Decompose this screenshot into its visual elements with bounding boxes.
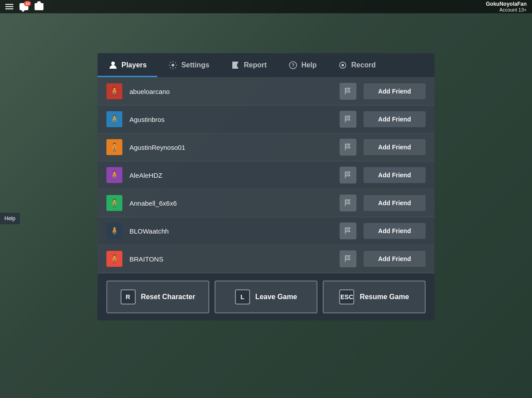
player-row: 🧍BRAITONS Add Friend (98, 245, 434, 273)
flag-button[interactable] (340, 250, 356, 267)
player-row: 🧍BLOWaatchh Add Friend (98, 217, 434, 245)
action-reset-character-button[interactable]: RReset Character (106, 281, 209, 313)
tab-report[interactable]: Report (220, 53, 278, 77)
tab-players-label: Players (121, 61, 147, 69)
player-name: AgustinReynoso01 (129, 144, 332, 151)
player-name: AleAleHDZ (129, 172, 332, 179)
flag-button[interactable] (340, 111, 356, 128)
top-bar-left: 10 (5, 3, 43, 10)
player-avatar: 🧍 (106, 83, 122, 99)
svg-point-1 (172, 64, 174, 66)
player-row: 🧍Agustinbros Add Friend (98, 105, 434, 133)
action-label: Resume Game (360, 293, 409, 301)
avatar-figure: 🧍 (110, 254, 119, 264)
avatar-figure: 🧍 (110, 170, 119, 180)
menu-button[interactable] (5, 4, 13, 9)
main-modal: Players Settings Report (98, 53, 434, 320)
flag-button[interactable] (340, 195, 356, 211)
add-friend-button[interactable]: Add Friend (364, 195, 426, 211)
players-list: 🧍abueloarcano Add Friend🧍Agustinbros Add… (98, 78, 434, 273)
players-icon (108, 60, 118, 70)
help-icon: ? (288, 60, 298, 70)
avatar-figure: 🧍 (110, 114, 119, 124)
avatar-figure: 🧍 (110, 142, 119, 152)
flag-button[interactable] (340, 139, 356, 156)
record-icon (338, 60, 348, 70)
action-label: Leave Game (255, 293, 297, 301)
player-name: Annabell_6x6x6 (129, 199, 332, 207)
player-row: 🧍AgustinReynoso01 Add Friend (98, 133, 434, 161)
add-friend-button[interactable]: Add Friend (364, 167, 426, 183)
key-badge: ESC (339, 289, 354, 304)
player-row: 🧍abueloarcano Add Friend (98, 78, 434, 105)
key-badge: R (121, 289, 136, 304)
player-avatar: 🧍 (106, 111, 122, 127)
add-friend-button[interactable]: Add Friend (364, 111, 426, 127)
action-label: Reset Character (141, 293, 196, 301)
svg-text:?: ? (292, 63, 294, 68)
player-name: BLOWaatchh (129, 227, 332, 235)
player-name: BRAITONS (129, 255, 332, 263)
action-resume-game-button[interactable]: ESCResume Game (323, 281, 426, 313)
help-side-button[interactable]: Help (0, 213, 20, 224)
chat-button[interactable]: 10 (20, 3, 28, 10)
avatar-figure: 🧍 (110, 86, 119, 96)
flag-button[interactable] (340, 222, 356, 239)
backpack-button[interactable] (35, 3, 43, 10)
tab-settings[interactable]: Settings (157, 53, 220, 77)
player-name: Agustinbros (129, 116, 332, 123)
svg-point-5 (342, 64, 344, 66)
player-name: abueloarcano (129, 88, 332, 95)
player-row: 🧍AleAleHDZ Add Friend (98, 161, 434, 189)
tab-bar: Players Settings Report (98, 53, 434, 78)
add-friend-button[interactable]: Add Friend (364, 139, 426, 155)
action-leave-game-button[interactable]: LLeave Game (215, 281, 317, 313)
tab-record[interactable]: Record (327, 53, 386, 77)
tab-players[interactable]: Players (98, 53, 157, 77)
player-avatar: 🧍 (106, 195, 122, 211)
avatar-figure: 🧍 (110, 198, 119, 208)
report-icon (231, 60, 240, 70)
top-bar: 10 GokuNoyolaFan Account 13+ (0, 0, 532, 13)
add-friend-button[interactable]: Add Friend (364, 223, 426, 239)
username: GokuNoyolaFan (486, 1, 527, 7)
key-badge: L (235, 289, 250, 304)
player-row: 🧍Annabell_6x6x6 Add Friend (98, 189, 434, 217)
tab-help[interactable]: ? Help (278, 53, 328, 77)
flag-button[interactable] (340, 167, 356, 183)
tab-record-label: Record (351, 61, 376, 69)
chat-badge: 10 (24, 1, 31, 6)
avatar-figure: 🧍 (110, 226, 119, 236)
add-friend-button[interactable]: Add Friend (364, 83, 426, 99)
player-avatar: 🧍 (106, 251, 122, 267)
settings-icon (168, 60, 178, 70)
bottom-actions: RReset CharacterLLeave GameESCResume Gam… (98, 273, 434, 320)
player-avatar: 🧍 (106, 223, 122, 239)
svg-point-0 (111, 62, 115, 65)
add-friend-button[interactable]: Add Friend (364, 251, 426, 267)
user-info: GokuNoyolaFan Account 13+ (486, 1, 527, 12)
flag-button[interactable] (340, 83, 356, 100)
tab-settings-label: Settings (181, 61, 209, 69)
player-avatar: 🧍 (106, 167, 122, 183)
tab-help-label: Help (301, 61, 317, 69)
player-avatar: 🧍 (106, 139, 122, 155)
tab-report-label: Report (244, 61, 267, 69)
account-type: Account 13+ (486, 7, 527, 12)
